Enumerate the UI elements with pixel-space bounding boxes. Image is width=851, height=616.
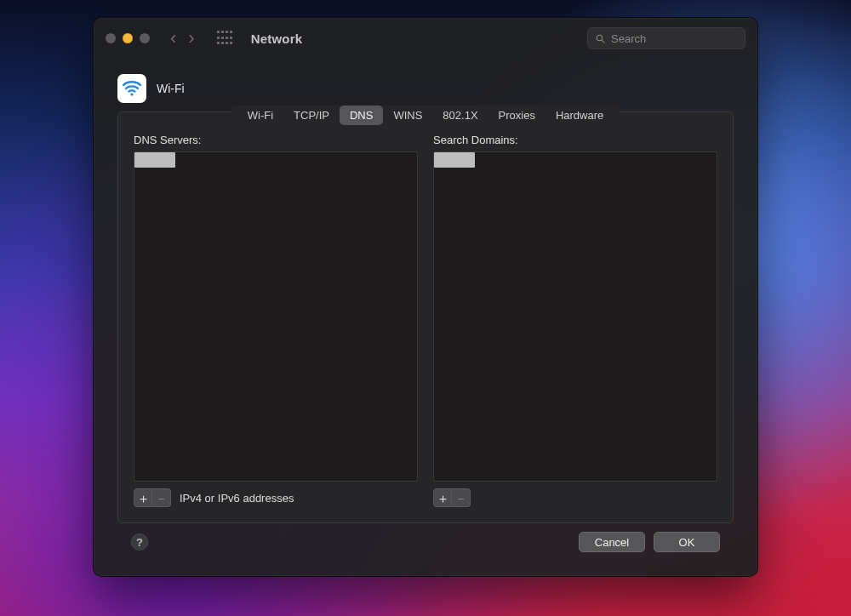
search-domain-entry[interactable] [434, 152, 475, 168]
titlebar: ‹ › Network Search [94, 18, 757, 59]
remove-search-domain-button[interactable]: － [452, 488, 471, 507]
traffic-lights [106, 33, 150, 43]
dns-servers-column: DNS Servers: ＋ － IPv4 or IPv6 addresses [134, 134, 418, 507]
add-dns-server-button[interactable]: ＋ [134, 488, 152, 507]
close-window-button[interactable] [106, 33, 116, 43]
dns-hint: IPv4 or IPv6 addresses [180, 492, 294, 505]
nav-arrows: ‹ › [170, 29, 195, 48]
minimize-window-button[interactable] [123, 33, 133, 43]
search-domains-controls: ＋ － [433, 488, 717, 507]
search-icon [595, 33, 606, 44]
tab-tcpip[interactable]: TCP/IP [283, 106, 340, 125]
search-domains-column: Search Domains: ＋ － [433, 134, 717, 507]
settings-panel: Wi-Fi TCP/IP DNS WINS 802.1X Proxies Har… [117, 111, 734, 523]
svg-point-0 [597, 35, 603, 41]
tab-proxies[interactable]: Proxies [488, 106, 545, 125]
search-placeholder: Search [611, 32, 646, 45]
interface-header: Wi-Fi [117, 74, 734, 103]
dns-servers-list[interactable] [134, 151, 418, 482]
plus-icon: ＋ [437, 492, 449, 505]
show-all-prefs-icon[interactable] [217, 31, 232, 46]
minus-icon: － [155, 492, 168, 505]
search-domains-list[interactable] [433, 151, 717, 482]
interface-name: Wi-Fi [157, 82, 185, 95]
back-icon[interactable]: ‹ [170, 29, 176, 48]
network-preferences-window: ‹ › Network Search Wi-Fi Wi-Fi TCP/IP DN… [93, 17, 758, 577]
svg-point-2 [130, 93, 133, 95]
plus-icon: ＋ [137, 492, 150, 505]
tab-8021x[interactable]: 802.1X [432, 106, 488, 125]
tab-wins[interactable]: WINS [383, 106, 432, 125]
cancel-button[interactable]: Cancel [579, 532, 645, 552]
svg-line-1 [602, 40, 604, 43]
add-search-domain-button[interactable]: ＋ [433, 488, 452, 507]
ok-button[interactable]: OK [654, 532, 720, 552]
remove-dns-server-button[interactable]: － [152, 488, 171, 507]
body-area: Wi-Fi Wi-Fi TCP/IP DNS WINS 802.1X Proxi… [94, 59, 757, 576]
search-domains-label: Search Domains: [433, 134, 717, 146]
dns-servers-controls: ＋ － IPv4 or IPv6 addresses [134, 488, 418, 507]
tab-dns[interactable]: DNS [340, 106, 383, 125]
window-title: Network [251, 31, 303, 46]
wifi-icon [117, 74, 146, 103]
tab-wifi[interactable]: Wi-Fi [237, 106, 283, 125]
dns-columns: DNS Servers: ＋ － IPv4 or IPv6 addresses … [118, 134, 733, 522]
help-button[interactable]: ? [131, 533, 148, 550]
search-input[interactable]: Search [587, 27, 745, 49]
minus-icon: － [454, 492, 467, 505]
tab-bar: Wi-Fi TCP/IP DNS WINS 802.1X Proxies Har… [118, 100, 733, 134]
dns-servers-label: DNS Servers: [134, 134, 418, 146]
forward-icon[interactable]: › [188, 29, 194, 48]
footer: ? Cancel OK [117, 523, 734, 564]
help-icon: ? [136, 536, 143, 549]
tab-hardware[interactable]: Hardware [545, 106, 614, 125]
zoom-window-button[interactable] [140, 33, 150, 43]
dns-server-entry[interactable] [134, 152, 175, 168]
